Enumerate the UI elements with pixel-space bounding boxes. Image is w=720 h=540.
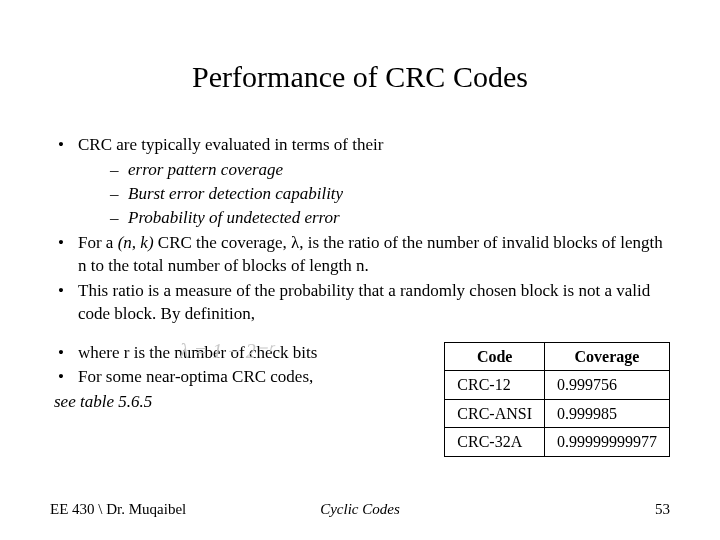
lower-left: where r is the number of check bits λ = … [50, 342, 430, 415]
lower-bullets: where r is the number of check bits λ = … [50, 342, 430, 390]
table-row: CRC-ANSI 0.999985 [445, 399, 670, 428]
bullet-4-text: where r is the number of check bits [78, 343, 317, 362]
footer-page-number: 53 [655, 501, 670, 518]
slide-title: Performance of CRC Codes [50, 60, 670, 94]
sub-list: error pattern coverage Burst error detec… [106, 159, 670, 230]
cell-code: CRC-32A [445, 428, 545, 457]
bullet-4: where r is the number of check bits λ = … [50, 342, 430, 365]
bullet-3: This ratio is a measure of the probabili… [50, 280, 670, 326]
cell-coverage: 0.99999999977 [545, 428, 670, 457]
sub-3: Probability of undetected error [106, 207, 670, 230]
sub-1: error pattern coverage [106, 159, 670, 182]
table-row: CRC-12 0.999756 [445, 371, 670, 400]
table-wrap: Code Coverage CRC-12 0.999756 CRC-ANSI 0… [444, 342, 670, 457]
sub-2: Burst error detection capability [106, 183, 670, 206]
bullet-list: CRC are typically evaluated in terms of … [50, 134, 670, 326]
bullet-2-pre: For a [78, 233, 118, 252]
bullet-2-post: CRC the coverage, λ, is the ratio of the… [78, 233, 663, 275]
see-line: see table 5.6.5 [54, 391, 430, 414]
lower-row: where r is the number of check bits λ = … [50, 342, 670, 457]
cell-code: CRC-12 [445, 371, 545, 400]
footer-left: EE 430 \ Dr. Muqaibel [50, 501, 186, 518]
slide-content: CRC are typically evaluated in terms of … [50, 134, 670, 457]
cell-code: CRC-ANSI [445, 399, 545, 428]
footer: EE 430 \ Dr. Muqaibel Cyclic Codes 53 [50, 501, 670, 518]
slide: Performance of CRC Codes CRC are typical… [0, 0, 720, 540]
th-code: Code [445, 342, 545, 371]
bullet-2-nk: (n, k) [118, 233, 154, 252]
th-coverage: Coverage [545, 342, 670, 371]
bullet-1-text: CRC are typically evaluated in terms of … [78, 135, 383, 154]
bullet-2: For a (n, k) CRC the coverage, λ, is the… [50, 232, 670, 278]
bullet-5: For some near-optima CRC codes, [50, 366, 430, 389]
bullet-1: CRC are typically evaluated in terms of … [50, 134, 670, 230]
cell-coverage: 0.999756 [545, 371, 670, 400]
table-header-row: Code Coverage [445, 342, 670, 371]
footer-center: Cyclic Codes [320, 501, 400, 518]
coverage-table: Code Coverage CRC-12 0.999756 CRC-ANSI 0… [444, 342, 670, 457]
cell-coverage: 0.999985 [545, 399, 670, 428]
table-row: CRC-32A 0.99999999977 [445, 428, 670, 457]
